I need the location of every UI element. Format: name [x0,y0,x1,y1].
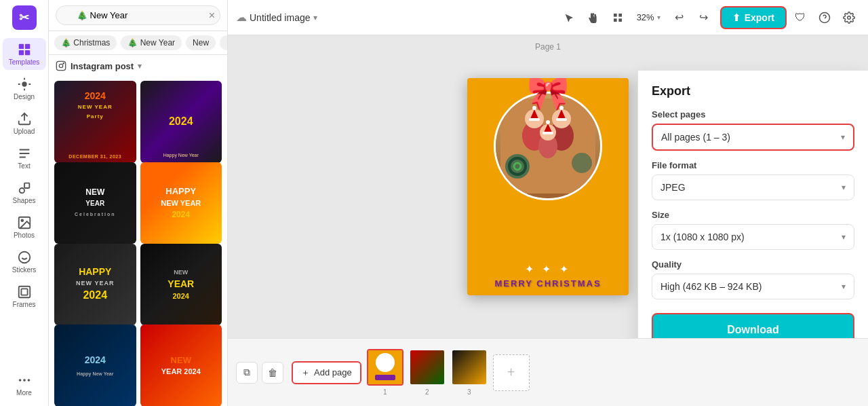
template-thumb-3[interactable]: NEWYEARCelebration [54,162,136,244]
delete-page-btn[interactable]: 🗑 [262,362,283,384]
export-panel-title: Export [652,84,854,98]
family-silhouette [500,98,595,193]
zoom-value: 32% [637,12,654,22]
svg-point-43 [572,153,592,173]
sidebar-item-upload[interactable]: Upload [3,107,46,139]
template-thumb-8[interactable]: NEW YEAR 2024 [140,325,222,406]
svg-point-45 [376,353,395,372]
sidebar-item-more[interactable]: More [3,369,46,401]
shield-icon: 🛡 [795,12,806,24]
template-thumb-2[interactable]: 2024 Happy New Year [140,81,222,163]
sidebar-item-frames[interactable]: Frames [3,280,46,312]
size-label: Size [652,210,854,220]
svg-point-8 [21,219,23,221]
page-thumb-2[interactable] [409,349,446,386]
template-thumb-1[interactable]: 2024NEW YEAR Party DECEMBER 31, 2023 [54,81,136,163]
category-header[interactable]: Instagram post ▾ [49,55,227,77]
grid-icon [612,12,623,23]
svg-point-9 [18,252,30,263]
undo-btn[interactable]: ↩ [669,7,690,29]
page-num-1: 1 [383,388,387,396]
svg-point-4 [22,81,26,86]
undo-icon: ↩ [675,11,684,24]
quality-select[interactable]: High (462 KB – 924 KB) ▾ [652,274,854,299]
top-header: ☁ Untitled image ▾ 32% ▾ ↩ ↪ [228,0,868,35]
duplicate-icon: ⧉ [243,367,250,378]
duplicate-page-btn[interactable]: ⧉ [236,362,258,384]
sidebar-item-text[interactable]: Text [3,142,46,174]
format-value: JPEG [660,182,686,193]
sidebar-item-shapes[interactable]: Shapes [3,177,46,208]
select-tool-btn[interactable] [558,7,580,29]
page-thumb-inner-3 [452,350,486,384]
main-area: ☁ Untitled image ▾ 32% ▾ ↩ ↪ [228,0,868,406]
zoom-btn[interactable]: 32% ▾ [631,10,666,25]
export-button[interactable]: ⬆ Export [720,6,787,29]
hand-tool-btn[interactable] [583,7,604,29]
bow-decoration: 🎀 [527,78,569,112]
header-tools: 32% ▾ ↩ ↪ ⬆ Export 🛡 [558,6,860,29]
svg-rect-10 [18,287,30,298]
sidebar-item-photos[interactable]: Photos [3,211,46,243]
template-thumb-6[interactable]: NEW YEAR 2024 [140,244,222,326]
app-logo[interactable]: ✂ [12,5,37,30]
design-icon [17,77,32,92]
svg-point-14 [27,379,30,382]
filter-tab-newyear[interactable]: 🎄 New Year [121,35,182,50]
page-thumb-wrap-1[interactable]: 1 [367,349,403,396]
filter-tab-new[interactable]: New [186,35,216,50]
svg-point-17 [63,63,64,64]
page-thumb-inner-2 [410,350,444,384]
category-label: Instagram post [71,61,134,71]
sidebar-item-photos-label: Photos [14,232,35,239]
thumb-preview-1 [368,350,402,384]
grid-tool-btn[interactable] [607,7,629,29]
search-input[interactable] [56,5,220,25]
hand-icon [588,12,599,23]
thumb-subtitle-2: Happy New Year [140,153,222,158]
sidebar: ✂ Templates Design Upload Text Shapes [0,0,49,406]
search-wrapper: 🔍 × [56,5,220,25]
template-thumb-7[interactable]: 2024Happy New Year [54,325,136,406]
svg-rect-18 [614,14,617,17]
page-thumb-3[interactable] [451,349,488,386]
sidebar-item-templates[interactable]: Templates [3,38,46,70]
sidebar-item-templates-label: Templates [9,58,40,66]
template-thumb-4[interactable]: HAPPYNEW YEAR2024 [140,162,222,244]
settings-btn[interactable] [838,7,860,29]
stars-decoration: ✦ ✦ ✦ [525,263,571,276]
svg-rect-19 [618,14,622,17]
sidebar-item-design-label: Design [14,93,35,100]
size-select[interactable]: 1x (1080 x 1080 px) ▾ [652,224,854,250]
redo-btn[interactable]: ↪ [693,7,715,29]
help-btn[interactable] [814,7,835,29]
page-thumb-1[interactable] [367,349,403,386]
sidebar-item-design[interactable]: Design [3,73,46,105]
title-chevron[interactable]: ▾ [313,13,317,22]
quality-label: Quality [652,259,854,270]
svg-rect-38 [542,132,553,134]
page-thumb-wrap-3[interactable]: 3 [451,349,488,396]
pages-value: All pages (1 – 3) [661,132,730,143]
quality-chevron: ▾ [842,282,846,291]
svg-point-16 [59,64,62,67]
add-page-button[interactable]: ＋ Add page [292,361,361,384]
photos-icon [17,215,32,230]
pages-select[interactable]: All pages (1 – 3) ▾ [652,124,854,151]
export-label: Export [745,12,774,23]
redo-icon: ↪ [699,11,708,24]
download-button[interactable]: Download [652,313,854,338]
sidebar-item-stickers[interactable]: Stickers [3,246,46,278]
svg-rect-2 [18,50,23,55]
page-thumb-wrap-2[interactable]: 2 [409,349,446,396]
size-chevron: ▾ [842,232,846,242]
filter-tab-more[interactable]: Mo... [220,35,227,50]
filter-tab-christmas[interactable]: 🎄 Christmas [54,35,117,50]
svg-rect-35 [556,118,567,121]
template-thumb-5[interactable]: HAPPY NEW YEAR 2024 [54,244,136,326]
shield-btn[interactable]: 🛡 [789,7,811,29]
svg-rect-11 [21,289,27,295]
add-thumb-btn[interactable]: + [493,354,530,391]
search-clear-icon[interactable]: × [209,10,215,22]
format-select[interactable]: JPEG ▾ [652,174,854,200]
